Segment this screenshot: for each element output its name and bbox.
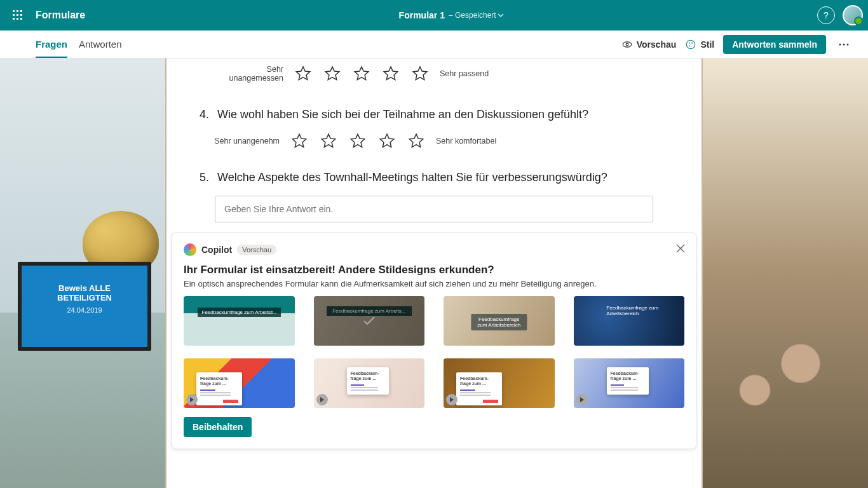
svg-point-6 [839, 43, 841, 45]
q5-answer-input[interactable] [215, 196, 653, 222]
subbar: Fragen Antworten Vorschau Stil Antworten… [0, 30, 868, 58]
svg-point-4 [692, 42, 693, 43]
svg-point-8 [847, 43, 849, 45]
star-icon[interactable] [295, 65, 311, 82]
preview-button[interactable]: Vorschau [621, 39, 677, 50]
style-design-grid: Feedbackumfrage zum Arbeitsb.. Feedbacku… [184, 296, 684, 408]
collect-responses-button[interactable]: Antworten sammeln [723, 35, 826, 54]
star-icon[interactable] [353, 65, 370, 82]
form-title: Formular 1 [399, 10, 445, 20]
question-3-rating: Sehr unangemessen Sehr passend [166, 62, 702, 103]
style-card-6[interactable]: Feedbackum-frage zum ... [314, 358, 425, 408]
bg-photo-right [703, 58, 868, 488]
copilot-panel: Copilot Vorschau Ihr Formular ist einsat… [172, 233, 696, 449]
bg-presentation-screen: Beweis ALLE BETEILIGTEN 24.04.2019 [18, 262, 151, 351]
q4-text: Wie wohl haben Sie sich bei der Teilnahm… [217, 108, 588, 121]
app-name: Formulare [36, 10, 85, 21]
check-icon [360, 312, 378, 330]
star-icon[interactable] [379, 133, 395, 149]
star-icon[interactable] [349, 133, 366, 149]
form-editor: Sehr unangemessen Sehr passend 4. Wie wo… [166, 58, 702, 488]
keep-button[interactable]: Beibehalten [184, 417, 252, 437]
q4-label-left: Sehr unangenehm [214, 137, 280, 146]
tab-questions[interactable]: Fragen [36, 30, 67, 58]
style-card-8[interactable]: Feedbackum-frage zum ... [574, 358, 685, 408]
palette-icon [685, 39, 696, 50]
q4-number: 4. [200, 108, 211, 121]
star-icon[interactable] [408, 133, 424, 149]
style-card-2[interactable]: Feedbackumfrage zum Arbeits... [314, 296, 425, 346]
style-card-1[interactable]: Feedbackumfrage zum Arbeitsb.. [184, 296, 295, 346]
more-options-icon[interactable] [835, 39, 853, 50]
svg-point-2 [687, 40, 696, 49]
question-5[interactable]: 5. Welche Aspekte des Townhall-Meetings … [166, 166, 702, 229]
q5-number: 5. [200, 171, 211, 184]
svg-point-1 [626, 43, 628, 46]
star-icon[interactable] [291, 133, 308, 149]
play-icon [316, 394, 328, 405]
svg-point-3 [689, 42, 690, 43]
q3-label-left: Sehr unangemessen [214, 65, 283, 83]
copilot-name: Copilot [201, 245, 232, 255]
star-icon[interactable] [412, 65, 428, 82]
svg-point-5 [689, 45, 690, 46]
style-button[interactable]: Stil [685, 39, 714, 50]
question-4[interactable]: 4. Wie wohl haben Sie sich bei der Teiln… [166, 103, 702, 166]
copilot-preview-badge: Vorschau [237, 245, 276, 255]
q4-label-right: Sehr komfortabel [436, 137, 496, 146]
close-icon [674, 242, 687, 255]
copilot-subtitle: Ein optisch ansprechendes Formular kann … [184, 279, 684, 288]
copilot-close-button[interactable] [674, 242, 687, 255]
copilot-logo-icon [184, 243, 196, 256]
bg-photo-left: Beweis ALLE BETEILIGTEN 24.04.2019 [0, 58, 165, 488]
q4-stars[interactable] [291, 133, 424, 149]
style-card-5[interactable]: Feedbackum-frage zum ... [184, 358, 295, 408]
svg-point-0 [623, 41, 632, 46]
play-icon [576, 394, 588, 405]
star-icon[interactable] [324, 65, 341, 82]
star-icon[interactable] [383, 65, 399, 82]
play-icon [446, 394, 458, 405]
style-card-3[interactable]: Feedbackumfrage zum Arbeitsbereich [444, 296, 555, 346]
style-card-7[interactable]: Feedbackum-frage zum ... [444, 358, 555, 408]
style-card-4[interactable]: Feedbackumfrage zum Arbeitsbereich [574, 296, 685, 346]
svg-point-7 [843, 43, 845, 45]
user-avatar[interactable] [843, 5, 863, 25]
copilot-title: Ihr Formular ist einsatzbereit! Andere S… [184, 264, 684, 276]
q3-label-right: Sehr passend [440, 69, 489, 78]
topbar: Formulare Formular 1 – Gespeichert ? [0, 0, 868, 30]
tab-responses[interactable]: Antworten [79, 30, 122, 58]
chevron-down-icon [498, 12, 504, 18]
star-icon[interactable] [320, 133, 337, 149]
save-status: – Gespeichert [449, 11, 504, 20]
form-title-area[interactable]: Formular 1 – Gespeichert [85, 10, 817, 20]
play-icon [186, 394, 198, 405]
help-icon[interactable]: ? [817, 6, 835, 24]
stage: Beweis ALLE BETEILIGTEN 24.04.2019 Sehr … [0, 58, 868, 488]
q5-text: Welche Aspekte des Townhall-Meetings hal… [217, 171, 607, 184]
app-launcher-icon[interactable] [5, 3, 31, 28]
q3-stars[interactable] [295, 65, 428, 82]
eye-icon [621, 39, 633, 50]
